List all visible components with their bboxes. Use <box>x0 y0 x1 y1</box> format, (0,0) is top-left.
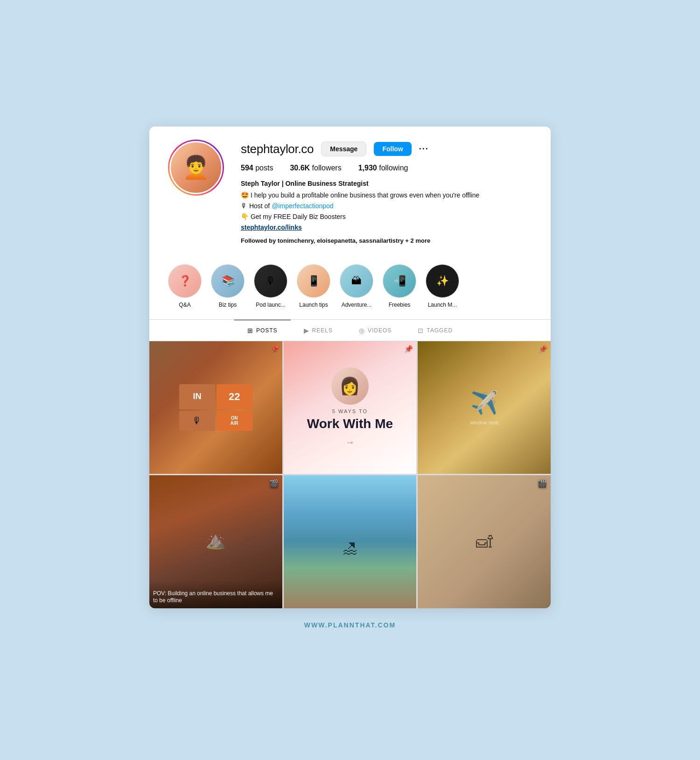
post-3[interactable]: ✈️ window seat 📌 <box>418 341 551 474</box>
post-6-type-icon: 🎬 <box>538 479 547 488</box>
tabs-row: ⊞ POSTS ▶ REELS ◎ VIDEOS ⊡ TAGGED <box>149 320 551 341</box>
footer: WWW.PLANNTHAT.COM <box>304 608 396 633</box>
highlight-biztips[interactable]: 📚 Biz tips <box>211 264 245 308</box>
highlight-label-podlaunch: Pod launc... <box>256 302 285 308</box>
reels-icon: ▶ <box>304 327 309 334</box>
highlight-label-qa: Q&A <box>179 302 190 308</box>
highlight-circle-launchmagic: ✨ <box>426 264 459 298</box>
post-4-type-icon: 🎬 <box>269 479 279 488</box>
highlight-label-biztips: Biz tips <box>219 302 237 308</box>
highlight-podlaunch[interactable]: 🎙 Pod launc... <box>254 264 287 308</box>
profile-info: stephtaylor.co Message Follow ··· 594 po… <box>241 140 532 246</box>
tagged-icon: ⊡ <box>418 327 424 334</box>
wwm-arrow: → <box>345 437 355 448</box>
tab-reels[interactable]: ▶ REELS <box>291 320 346 341</box>
highlights-row: ❓ Q&A 📚 Biz tips 🎙 Pod launc... 📱 Launch… <box>149 255 551 319</box>
tab-posts-label: POSTS <box>256 327 278 334</box>
post-4-caption: POV: Building an online business that al… <box>149 581 282 608</box>
posts-grid: IN 22 🎙 ONAIR 📌 👩 5 WAY <box>149 341 551 608</box>
avatar-wrap: 🧑‍🦱 <box>168 140 224 196</box>
work-with-me-graphic: 👩 5 WAYS TO Work With Me → <box>284 341 417 474</box>
highlight-label-launchmagic: Launch M... <box>428 302 457 308</box>
tab-tagged[interactable]: ⊡ TAGGED <box>405 320 466 341</box>
bio-name: Steph Taylor | Online Business Strategis… <box>241 179 532 189</box>
highlight-circle-podlaunch: 🎙 <box>254 264 287 298</box>
tab-posts[interactable]: ⊞ POSTS <box>234 320 291 341</box>
highlight-circle-qa: ❓ <box>168 264 202 298</box>
username: stephtaylor.co <box>241 142 314 156</box>
wwm-small-text: 5 WAYS TO <box>332 408 368 414</box>
posts-stat: 594 posts <box>241 164 273 172</box>
following-stat[interactable]: 1,930 following <box>358 164 408 172</box>
tab-tagged-label: TAGGED <box>427 327 453 334</box>
avatar-ring: 🧑‍🦱 <box>168 140 224 196</box>
post-1[interactable]: IN 22 🎙 ONAIR 📌 <box>149 341 282 474</box>
footer-url: WWW.PLANNTHAT.COM <box>304 621 396 629</box>
profile-header: 🧑‍🦱 stephtaylor.co Message Follow ··· 59… <box>168 140 532 246</box>
avatar: 🧑‍🦱 <box>169 141 223 194</box>
posts-grid-icon: ⊞ <box>247 327 253 334</box>
more-options-button[interactable]: ··· <box>419 144 429 154</box>
post-6[interactable]: 🛋 🎬 <box>418 475 551 608</box>
highlight-launchmagic[interactable]: ✨ Launch M... <box>426 264 459 308</box>
highlight-qa[interactable]: ❓ Q&A <box>168 264 202 308</box>
tab-videos[interactable]: ◎ VIDEOS <box>346 320 405 341</box>
message-button[interactable]: Message <box>321 141 366 156</box>
highlight-adventure[interactable]: 🏔 Adventure... <box>340 264 373 308</box>
post-4[interactable]: ⛰️ POV: Building an online business that… <box>149 475 282 608</box>
post-1-pin: 📌 <box>271 345 279 352</box>
videos-icon: ◎ <box>359 327 365 334</box>
highlight-launchtips[interactable]: 📱 Launch tips <box>297 264 330 308</box>
followed-by: Followed by tonimchenry, eloisepanetta, … <box>241 236 532 246</box>
highlight-label-adventure: Adventure... <box>342 302 372 308</box>
post-2-pin: 📌 <box>405 345 413 352</box>
bio-line3: 👇 Get my FREE Daily Biz Boosters <box>241 212 532 222</box>
tab-videos-label: VIDEOS <box>368 327 392 334</box>
followers-stat[interactable]: 30.6K followers <box>290 164 341 172</box>
highlight-circle-freebies: 📲 <box>383 264 416 298</box>
wwm-big-text: Work With Me <box>307 417 393 431</box>
stats-row: 594 posts 30.6K followers 1,930 followin… <box>241 164 532 172</box>
highlight-freebies[interactable]: 📲 Freebies <box>383 264 416 308</box>
highlight-label-launchtips: Launch tips <box>299 302 328 308</box>
post-2[interactable]: 👩 5 WAYS TO Work With Me → 📌 <box>284 341 417 474</box>
followed-by-names: tonimchenry, eloisepanetta, sassnailarti… <box>278 237 404 244</box>
highlight-circle-adventure: 🏔 <box>340 264 373 298</box>
profile-top-row: stephtaylor.co Message Follow ··· <box>241 141 532 156</box>
post-3-pin: 📌 <box>539 345 547 352</box>
mention-link[interactable]: @imperfectactionpod <box>272 202 334 210</box>
post-5[interactable]: 🏖 <box>284 475 417 608</box>
bio-line2: 🎙 Host of @imperfectactionpod <box>241 201 532 211</box>
follow-button[interactable]: Follow <box>374 142 411 156</box>
bio-link[interactable]: stephtaylor.co/links <box>241 223 532 232</box>
tab-reels-label: REELS <box>312 327 333 334</box>
bio-line1: 🤩 I help you build a profitable online b… <box>241 190 532 200</box>
highlight-circle-biztips: 📚 <box>211 264 245 298</box>
highlight-label-freebies: Freebies <box>389 302 411 308</box>
bio-section: Steph Taylor | Online Business Strategis… <box>241 179 532 246</box>
profile-area: 🧑‍🦱 stephtaylor.co Message Follow ··· 59… <box>149 127 551 255</box>
highlight-circle-launchtips: 📱 <box>297 264 330 298</box>
instagram-profile-card: 🧑‍🦱 stephtaylor.co Message Follow ··· 59… <box>149 127 551 608</box>
